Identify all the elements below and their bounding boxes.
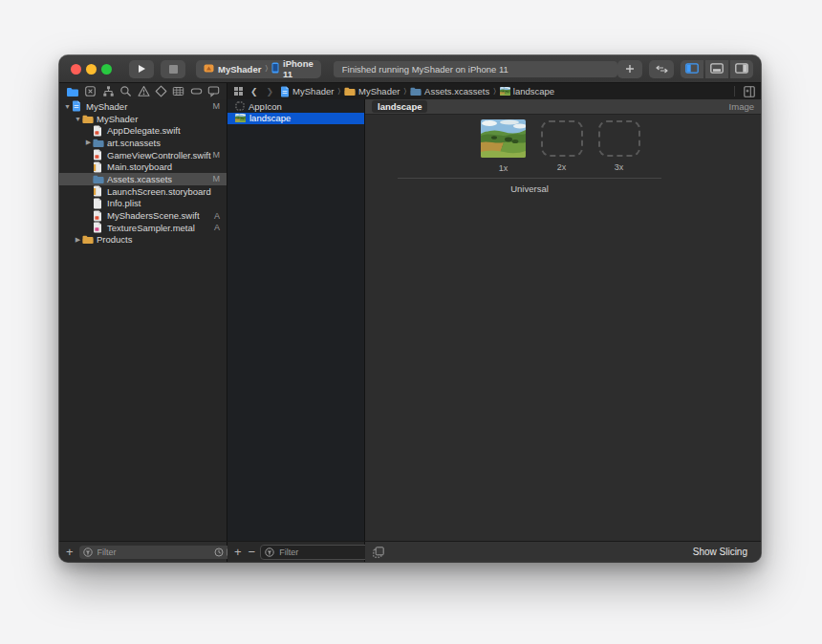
scm-status-badge: A bbox=[214, 211, 227, 221]
toggle-inspector-button[interactable] bbox=[730, 60, 753, 78]
filter-funnel-icon bbox=[83, 547, 93, 557]
breadcrumb-separator: 〉 bbox=[403, 87, 406, 97]
panel-toggles bbox=[681, 60, 753, 78]
asset-name: landscape bbox=[249, 113, 291, 123]
asset-type-label: Image bbox=[729, 101, 754, 112]
source-control-navigator-icon[interactable] bbox=[84, 85, 97, 97]
file-icon bbox=[93, 210, 104, 222]
asset-detail-body: Universal 1x2x3x bbox=[365, 115, 761, 541]
forward-chevron-icon[interactable]: ❯ bbox=[265, 87, 276, 97]
project-navigator-icon[interactable]: "> bbox=[66, 86, 79, 97]
empty-image-well bbox=[598, 120, 640, 157]
breadcrumb-label: MyShader bbox=[358, 86, 400, 97]
navigator-filter-bar: + bbox=[59, 542, 227, 562]
breadcrumb-item[interactable]: MyShader bbox=[280, 86, 334, 97]
breakpoint-navigator-icon[interactable] bbox=[190, 85, 203, 97]
toggle-debug-area-button[interactable] bbox=[705, 60, 728, 78]
image-thumbnail-icon bbox=[235, 114, 246, 122]
filter-funnel-icon bbox=[265, 547, 274, 557]
close-button[interactable] bbox=[71, 64, 81, 75]
activity-status: Finished running MyShader on iPhone 11 bbox=[334, 61, 617, 77]
image-well-1x[interactable]: 1x bbox=[481, 119, 526, 173]
empty-asset-icon bbox=[235, 101, 245, 111]
asset-list-item[interactable]: AppIcon bbox=[227, 100, 364, 113]
jump-bar: ❮ ❯ MyShader〉 MyShader〉 Assets.xcassets〉… bbox=[227, 83, 761, 99]
file-name: MyShader bbox=[97, 114, 138, 124]
tree-row[interactable]: ▼ MyShader bbox=[59, 113, 227, 125]
disclosure-triangle-icon[interactable]: ▼ bbox=[63, 103, 72, 110]
disclosure-triangle-icon[interactable]: ▶ bbox=[84, 139, 93, 146]
image-well-2x[interactable]: 2x bbox=[539, 119, 584, 172]
tree-row[interactable]: ▶ Products bbox=[59, 234, 227, 247]
debug-navigator-icon[interactable] bbox=[172, 85, 184, 97]
idiom-label: Universal bbox=[398, 183, 661, 194]
breadcrumb-label: landscape bbox=[513, 86, 554, 97]
file-name: Products bbox=[97, 234, 133, 245]
iphone-icon bbox=[271, 62, 279, 75]
file-name: LaunchScreen.storyboard bbox=[107, 186, 211, 197]
tree-row[interactable]: Main.storyboard bbox=[59, 161, 227, 173]
project-doc-icon bbox=[280, 86, 290, 97]
scheme-destination-label: iPhone 11 bbox=[283, 58, 314, 79]
minimize-button[interactable] bbox=[86, 64, 97, 75]
test-navigator-icon[interactable] bbox=[155, 85, 167, 97]
disclosure-triangle-icon[interactable]: ▼ bbox=[74, 116, 82, 122]
file-name: AppDelegate.swift bbox=[107, 125, 181, 136]
app-scheme-icon bbox=[204, 63, 214, 75]
breadcrumb-label: Assets.xcassets bbox=[424, 86, 489, 97]
breadcrumb-separator: 〉 bbox=[337, 87, 340, 97]
tree-row[interactable]: ▶ art.scnassets bbox=[59, 137, 227, 149]
scale-label: 2x bbox=[557, 162, 567, 172]
panel-bottom-icon bbox=[710, 62, 724, 76]
show-slicing-button[interactable]: Show Slicing bbox=[687, 546, 753, 558]
tree-row[interactable]: Assets.xcassetsM bbox=[59, 173, 227, 185]
file-name: MyShadersScene.swift bbox=[107, 210, 200, 221]
breadcrumb-item[interactable]: MyShader bbox=[344, 86, 400, 97]
asset-detail-pane: landscape Image Universal 1x2x3x bbox=[365, 99, 761, 541]
asset-list-item[interactable]: landscape bbox=[227, 113, 364, 125]
overview-grid-icon[interactable] bbox=[373, 547, 384, 558]
tree-row[interactable]: AppDelegate.swift bbox=[59, 124, 227, 137]
file-icon bbox=[93, 222, 104, 233]
tree-row[interactable]: Info.plist bbox=[59, 198, 227, 210]
main-area: ▼MyShaderM▼ MyShader AppDelegate.swift▶ … bbox=[59, 99, 761, 541]
editor-arrangement-button[interactable] bbox=[649, 60, 674, 78]
tree-row[interactable]: GameViewController.swiftM bbox=[59, 149, 227, 161]
symbol-navigator-icon[interactable] bbox=[102, 85, 115, 97]
asset-catalog-icon bbox=[410, 86, 422, 97]
tree-row[interactable]: MyShadersScene.swiftA bbox=[59, 209, 227, 222]
landscape-image bbox=[481, 119, 526, 158]
stop-button[interactable] bbox=[161, 60, 185, 78]
disclosure-triangle-icon[interactable]: ▶ bbox=[74, 236, 82, 244]
zoom-button[interactable] bbox=[101, 64, 112, 75]
toggle-navigator-button[interactable] bbox=[681, 60, 703, 78]
find-navigator-icon[interactable] bbox=[119, 85, 132, 97]
add-editor-icon[interactable] bbox=[744, 86, 755, 97]
run-button[interactable] bbox=[129, 60, 154, 78]
subbar: "> ❮ ❯ MyShader〉 MyShader〉 Assets.xcasse… bbox=[59, 83, 761, 99]
titlebar: MyShader 〉 iPhone 11 Finished running My… bbox=[59, 55, 761, 83]
scheme-selector[interactable]: MyShader 〉 iPhone 11 bbox=[196, 60, 321, 78]
breadcrumb-item[interactable]: landscape bbox=[500, 86, 554, 97]
breadcrumb-label: MyShader bbox=[292, 86, 334, 97]
breadcrumb-item[interactable]: Assets.xcassets bbox=[410, 86, 489, 97]
back-chevron-icon[interactable]: ❮ bbox=[249, 87, 260, 97]
tree-row[interactable]: LaunchScreen.storyboard bbox=[59, 185, 227, 198]
report-navigator-icon[interactable] bbox=[207, 85, 220, 97]
tree-row[interactable]: TextureSampler.metalA bbox=[59, 222, 227, 234]
image-well-3x[interactable]: 3x bbox=[596, 119, 641, 172]
status-text: Finished running MyShader on iPhone 11 bbox=[342, 64, 508, 75]
xcode-window: MyShader 〉 iPhone 11 Finished running My… bbox=[59, 55, 761, 562]
navigator-filter-input[interactable] bbox=[96, 547, 211, 558]
file-name: TextureSampler.metal bbox=[107, 223, 195, 233]
empty-image-well bbox=[541, 120, 583, 157]
file-icon bbox=[93, 149, 104, 161]
recents-clock-icon[interactable] bbox=[214, 547, 224, 557]
navigator-filter-field[interactable] bbox=[79, 546, 240, 559]
related-items-icon[interactable] bbox=[233, 86, 244, 97]
issue-navigator-icon[interactable] bbox=[138, 85, 150, 97]
asset-title-chip: landscape bbox=[372, 100, 427, 113]
play-icon bbox=[137, 62, 146, 76]
library-add-button[interactable] bbox=[617, 60, 642, 78]
tree-row[interactable]: ▼MyShaderM bbox=[59, 100, 227, 113]
